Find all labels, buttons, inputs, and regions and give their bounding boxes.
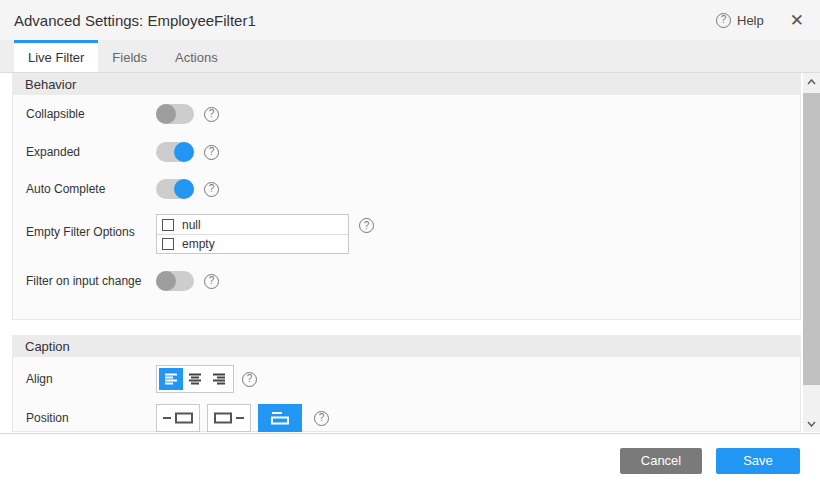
empty-filter-options-label: Empty Filter Options	[26, 225, 156, 239]
scroll-down-arrow[interactable]	[803, 415, 820, 432]
position-label: Position	[26, 411, 156, 425]
help-link[interactable]: Help	[737, 13, 764, 28]
align-row: Align	[13, 365, 800, 393]
auto-complete-help-icon[interactable]: ?	[204, 182, 219, 197]
collapsible-label: Collapsible	[26, 107, 156, 121]
dialog-header: Advanced Settings: EmployeeFilter1 ? Hel…	[0, 0, 820, 40]
align-right-icon	[212, 373, 226, 385]
expanded-label: Expanded	[26, 145, 156, 159]
option-empty[interactable]: empty	[157, 234, 348, 253]
expanded-help-icon[interactable]: ?	[204, 145, 219, 160]
align-button-group	[156, 365, 234, 393]
cancel-button[interactable]: Cancel	[620, 448, 702, 474]
align-help-icon[interactable]: ?	[242, 372, 257, 387]
caption-section-title: Caption	[12, 335, 801, 357]
chevron-down-icon	[807, 421, 816, 427]
collapsible-toggle[interactable]	[156, 104, 194, 124]
caption-section: Caption Align	[12, 335, 801, 432]
scrollbar-thumb[interactable]	[803, 93, 820, 385]
align-label: Align	[26, 372, 156, 386]
empty-filter-options-list: null empty	[156, 214, 349, 254]
align-center-button[interactable]	[183, 368, 207, 390]
empty-option-label: empty	[182, 237, 215, 251]
null-checkbox[interactable]	[162, 219, 174, 231]
close-icon[interactable]: ✕	[790, 12, 804, 29]
tab-fields[interactable]: Fields	[98, 40, 161, 72]
auto-complete-toggle[interactable]	[156, 179, 194, 199]
position-label-left-button[interactable]	[156, 404, 200, 432]
label-right-icon	[213, 411, 245, 425]
option-null[interactable]: null	[157, 215, 348, 234]
behavior-section-title: Behavior	[12, 73, 801, 95]
tab-actions[interactable]: Actions	[161, 40, 232, 72]
save-button[interactable]: Save	[716, 448, 800, 474]
chevron-up-icon	[807, 79, 816, 85]
empty-checkbox[interactable]	[162, 238, 174, 250]
toggle-knob	[174, 142, 194, 162]
position-help-icon[interactable]: ?	[314, 411, 329, 426]
toggle-knob	[156, 271, 176, 291]
align-center-icon	[188, 373, 202, 385]
position-label-top-button[interactable]	[258, 404, 302, 432]
auto-complete-row: Auto Complete ?	[13, 178, 800, 200]
collapsible-row: Collapsible ?	[13, 103, 800, 125]
toggle-knob	[156, 104, 176, 124]
scroll-up-arrow[interactable]	[803, 73, 820, 90]
tab-bar: Live Filter Fields Actions	[0, 40, 820, 73]
align-left-icon	[164, 373, 178, 385]
filter-on-input-change-help-icon[interactable]: ?	[204, 274, 219, 289]
behavior-section-body: Collapsible ? Expanded ? Auto Complete ?…	[12, 95, 801, 320]
align-left-button[interactable]	[159, 368, 183, 390]
collapsible-help-icon[interactable]: ?	[204, 107, 219, 122]
label-top-icon	[269, 410, 291, 426]
filter-on-input-change-row: Filter on input change ?	[13, 270, 800, 292]
empty-filter-options-help-icon[interactable]: ?	[359, 218, 374, 233]
header-actions: ? Help ✕	[716, 12, 804, 29]
behavior-section: Behavior Collapsible ? Expanded ? Auto C…	[12, 73, 801, 320]
position-button-group	[156, 404, 302, 432]
position-row: Position	[13, 404, 800, 432]
expanded-row: Expanded ?	[13, 141, 800, 163]
caption-section-body: Align	[12, 357, 801, 432]
dialog-footer: Cancel Save	[0, 433, 820, 487]
null-option-label: null	[182, 218, 201, 232]
auto-complete-label: Auto Complete	[26, 182, 156, 196]
position-label-right-button[interactable]	[207, 404, 251, 432]
filter-on-input-change-toggle[interactable]	[156, 271, 194, 291]
help-icon[interactable]: ?	[716, 13, 731, 28]
filter-on-input-change-label: Filter on input change	[26, 274, 156, 288]
toggle-knob	[174, 179, 194, 199]
empty-filter-options-row: Empty Filter Options null empty ?	[13, 214, 800, 254]
expanded-toggle[interactable]	[156, 142, 194, 162]
advanced-settings-dialog: Advanced Settings: EmployeeFilter1 ? Hel…	[0, 0, 820, 487]
dialog-title: Advanced Settings: EmployeeFilter1	[14, 12, 256, 29]
vertical-scrollbar	[803, 73, 820, 432]
label-left-icon	[162, 411, 194, 425]
tab-live-filter[interactable]: Live Filter	[14, 40, 98, 72]
align-right-button[interactable]	[207, 368, 231, 390]
